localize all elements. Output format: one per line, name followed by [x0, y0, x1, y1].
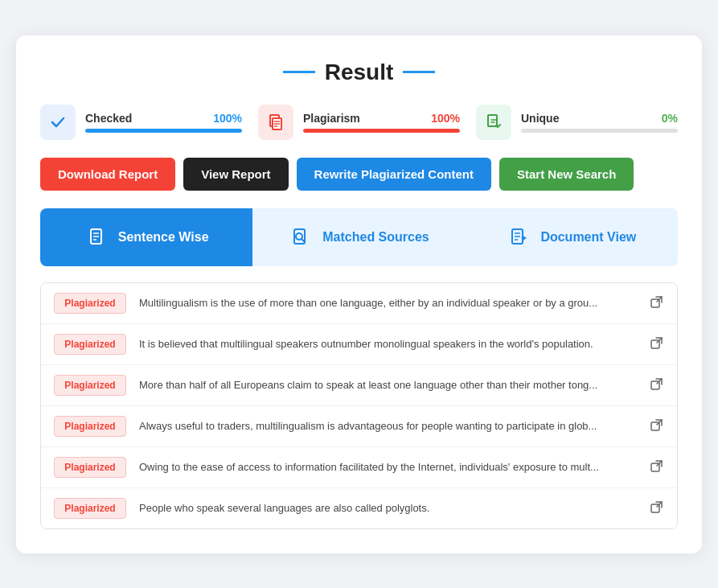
external-link-icon[interactable]: [650, 335, 664, 353]
external-link-icon[interactable]: [650, 294, 664, 312]
checked-value: 100%: [213, 112, 242, 125]
document-view-icon: [507, 224, 532, 250]
rewrite-plagiarized-button[interactable]: Rewrite Plagiarized Content: [297, 158, 491, 191]
checked-info: Checked 100%: [85, 112, 242, 133]
sentences-table: PlagiarizedMultilingualism is the use of…: [40, 282, 678, 529]
checked-label: Checked: [85, 112, 132, 125]
main-card: Result Checked 100%: [16, 35, 702, 553]
external-link-icon[interactable]: [650, 376, 664, 394]
plagiarism-icon-bg: [258, 105, 293, 140]
plagiarized-badge: Plagiarized: [54, 416, 126, 437]
matched-sources-icon: [289, 224, 314, 250]
tab-sentence-wise[interactable]: Sentence Wise: [40, 208, 252, 266]
plagiarized-badge: Plagiarized: [54, 334, 126, 355]
table-row: PlagiarizedAlways useful to traders, mul…: [41, 406, 677, 447]
sentences-list: PlagiarizedMultilingualism is the use of…: [40, 282, 678, 529]
sentence-text: It is believed that multilingual speaker…: [139, 338, 637, 350]
tab-document-view[interactable]: Document View: [466, 208, 678, 266]
svg-rect-5: [488, 115, 497, 126]
plagiarized-badge: Plagiarized: [54, 457, 126, 478]
table-row: PlagiarizedMore than half of all Europea…: [41, 365, 677, 406]
plagiarism-progress-fill: [303, 129, 460, 133]
unique-info: Unique 0%: [521, 112, 678, 133]
unique-label: Unique: [521, 112, 559, 125]
checked-progress-fill: [85, 129, 242, 133]
unique-icon-bg: [476, 105, 511, 140]
sentence-text: Multilingualism is the use of more than …: [139, 297, 637, 309]
table-row: PlagiarizedMultilingualism is the use of…: [41, 283, 677, 324]
download-report-button[interactable]: Download Report: [40, 158, 175, 191]
table-row: PlagiarizedOwing to the ease of access t…: [41, 447, 677, 488]
external-link-icon[interactable]: [650, 500, 664, 517]
plagiarism-label: Plagiarism: [303, 112, 360, 125]
tab-matched-sources[interactable]: Matched Sources: [252, 208, 465, 266]
checked-icon-bg: [40, 105, 76, 140]
view-report-button[interactable]: View Report: [183, 158, 288, 191]
stats-row: Checked 100% Pla: [40, 105, 678, 140]
sentence-wise-icon: [84, 224, 110, 250]
title-line-left: [283, 71, 315, 73]
title-line-right: [403, 71, 435, 73]
sentence-text: More than half of all Europeans claim to…: [139, 379, 637, 391]
plagiarized-badge: Plagiarized: [54, 498, 126, 519]
plagiarism-info: Plagiarism 100%: [303, 112, 460, 133]
checked-progress-bar: [85, 129, 242, 133]
unique-value: 0%: [662, 112, 678, 125]
stat-plagiarism: Plagiarism 100%: [258, 105, 460, 140]
plagiarism-value: 100%: [431, 112, 460, 125]
plagiarism-icon: [266, 113, 285, 132]
plagiarized-badge: Plagiarized: [54, 293, 126, 314]
sentence-text: Owing to the ease of access to informati…: [139, 461, 637, 473]
unique-progress-bar: [521, 129, 678, 133]
sentence-text: Always useful to traders, multilingualis…: [139, 420, 637, 432]
external-link-icon[interactable]: [650, 458, 664, 476]
result-title: Result: [40, 60, 678, 85]
tab-sentence-wise-label: Sentence Wise: [118, 230, 209, 245]
sentence-text: People who speak several languages are a…: [139, 502, 637, 514]
tab-matched-sources-label: Matched Sources: [322, 230, 429, 245]
title-text: Result: [325, 60, 394, 85]
start-new-search-button[interactable]: Start New Search: [499, 158, 634, 191]
buttons-row: Download Report View Report Rewrite Plag…: [40, 158, 678, 191]
stat-unique: Unique 0%: [476, 105, 678, 140]
tab-document-view-label: Document View: [540, 230, 636, 245]
tabs-row: Sentence Wise Matched Sources: [40, 208, 678, 266]
table-row: PlagiarizedIt is believed that multiling…: [41, 324, 677, 365]
plagiarized-badge: Plagiarized: [54, 375, 126, 396]
stat-checked: Checked 100%: [40, 105, 242, 140]
checked-icon: [48, 113, 68, 132]
unique-icon: [484, 113, 503, 132]
external-link-icon[interactable]: [650, 417, 664, 435]
table-row: PlagiarizedPeople who speak several lang…: [41, 488, 677, 528]
plagiarism-progress-bar: [303, 129, 460, 133]
